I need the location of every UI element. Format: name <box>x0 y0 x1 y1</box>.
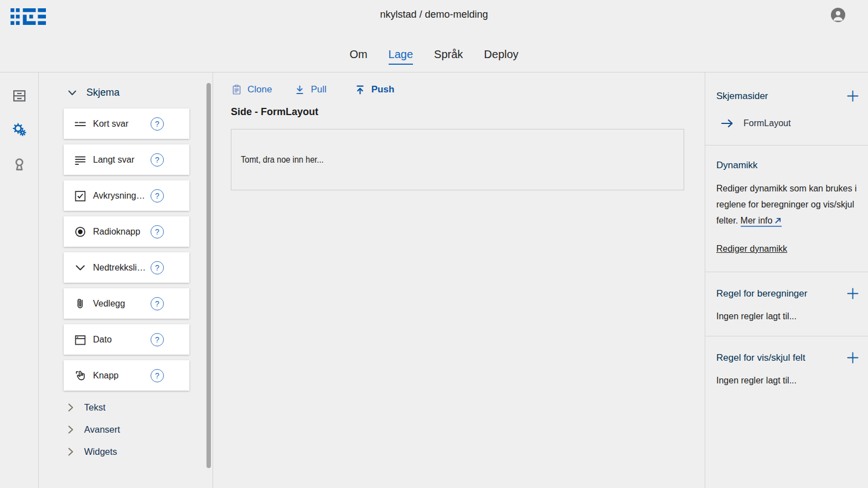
calculation-rules-section: Regel for beregninger Ingen regler lagt … <box>705 272 868 336</box>
chevron-right-icon <box>68 403 74 412</box>
tab-deploy[interactable]: Deploy <box>484 48 518 65</box>
version-control-toolbar: Clone Pull Push <box>231 81 684 98</box>
attachment-icon <box>74 297 87 310</box>
visibility-rules-title: Regel for vis/skjul felt <box>716 352 805 364</box>
repo-title: nkylstad / demo-melding <box>0 9 868 20</box>
button-pointer-icon <box>74 369 87 382</box>
help-icon[interactable]: ? <box>151 369 164 382</box>
palette-item-avkrysning[interactable]: Avkrysning… ? <box>64 180 189 211</box>
pull-button[interactable]: Pull <box>294 84 326 96</box>
dynamics-section: Dynamikk Rediger dynamikk som kan brukes… <box>705 146 868 272</box>
group-widgets-toggle[interactable]: Widgets <box>68 440 213 463</box>
palette-scrollbar[interactable] <box>206 83 211 468</box>
external-link-arrow-icon <box>774 217 782 224</box>
radio-button-icon <box>74 225 87 238</box>
dynamics-description: Rediger dynamikk som kan brukes i reglen… <box>716 180 861 229</box>
clipboard-icon <box>231 84 242 96</box>
edit-dynamics-link[interactable]: Rediger dynamikk <box>716 244 787 254</box>
pages-section: Skjemasider FormLayout <box>705 72 868 146</box>
push-button[interactable]: Push <box>354 84 395 96</box>
clone-button[interactable]: Clone <box>231 84 272 96</box>
visibility-rules-section: Regel for vis/skjul felt Ingen regler la… <box>705 336 868 400</box>
dropdown-chevron-icon <box>74 261 87 274</box>
right-panel: Skjemasider FormLayout Dynamikk Rediger … <box>705 72 868 488</box>
datamodel-drawer-icon[interactable] <box>12 88 27 103</box>
help-icon[interactable]: ? <box>151 261 164 274</box>
group-skjema-toggle[interactable]: Skjema <box>68 87 213 98</box>
tab-om[interactable]: Om <box>349 48 367 65</box>
checkbox-icon <box>74 189 87 203</box>
palette-item-radioknapp[interactable]: Radioknapp ? <box>64 216 189 247</box>
palette-item-nedtrekksliste[interactable]: Nedtrekksli… ? <box>64 252 189 283</box>
app-header: nkylstad / demo-melding Om Lage Språk De… <box>0 0 868 72</box>
tab-lage[interactable]: Lage <box>389 48 414 65</box>
group-avansert-toggle[interactable]: Avansert <box>68 418 213 440</box>
dynamics-title: Dynamikk <box>716 160 860 171</box>
settings-gears-icon[interactable] <box>12 122 27 138</box>
help-icon[interactable]: ? <box>151 117 164 131</box>
chevron-right-icon <box>68 425 74 434</box>
calculation-rules-empty-text: Ingen regler lagt til... <box>716 312 860 321</box>
keyhole-access-icon[interactable] <box>12 157 27 172</box>
download-arrow-icon <box>294 84 306 96</box>
palette-item-vedlegg[interactable]: Vedlegg ? <box>64 288 189 319</box>
top-navigation: Om Lage Språk Deploy <box>0 48 868 65</box>
palette-item-kort-svar[interactable]: Kort svar ? <box>64 108 189 139</box>
group-tekst-toggle[interactable]: Tekst <box>68 396 213 418</box>
tab-sprak[interactable]: Språk <box>434 48 463 65</box>
palette-item-dato[interactable]: Dato ? <box>64 324 189 355</box>
chevron-right-icon <box>68 448 74 456</box>
page-title: Side - FormLayout <box>231 106 684 118</box>
dropzone-placeholder: Tomt, dra noe inn her... <box>241 154 324 165</box>
add-visibility-rule-plus-icon[interactable] <box>843 351 860 365</box>
help-icon[interactable]: ? <box>151 225 164 238</box>
design-canvas: Clone Pull Push Side - FormLayout Tomt, … <box>213 72 705 488</box>
help-icon[interactable]: ? <box>151 297 164 310</box>
palette-item-langt-svar[interactable]: Langt svar ? <box>64 144 189 175</box>
visibility-rules-empty-text: Ingen regler lagt til... <box>716 376 860 386</box>
pages-title: Skjemasider <box>716 91 768 102</box>
profile-avatar-icon[interactable] <box>830 7 846 23</box>
more-info-link[interactable]: Mer info <box>741 216 782 227</box>
calculation-rules-title: Regel for beregninger <box>716 288 807 299</box>
left-icon-rail <box>0 72 39 488</box>
arrow-right-icon <box>721 119 735 128</box>
upload-arrow-icon <box>354 84 366 96</box>
page-item-formlayout[interactable]: FormLayout <box>721 118 860 128</box>
palette-item-knapp[interactable]: Knapp ? <box>64 360 189 391</box>
add-page-plus-icon[interactable] <box>843 89 860 103</box>
short-answer-icon <box>74 117 87 131</box>
long-answer-icon <box>74 153 87 167</box>
calendar-icon <box>74 333 87 346</box>
group-skjema-label: Skjema <box>86 87 120 98</box>
empty-dropzone[interactable]: Tomt, dra noe inn her... <box>231 129 684 190</box>
help-icon[interactable]: ? <box>151 333 164 346</box>
help-icon[interactable]: ? <box>151 189 164 203</box>
component-palette: Skjema Kort svar ? Langt svar ? Avkrysni… <box>39 72 213 488</box>
chevron-down-icon <box>68 90 76 96</box>
help-icon[interactable]: ? <box>151 153 164 167</box>
add-calculation-rule-plus-icon[interactable] <box>843 287 860 300</box>
